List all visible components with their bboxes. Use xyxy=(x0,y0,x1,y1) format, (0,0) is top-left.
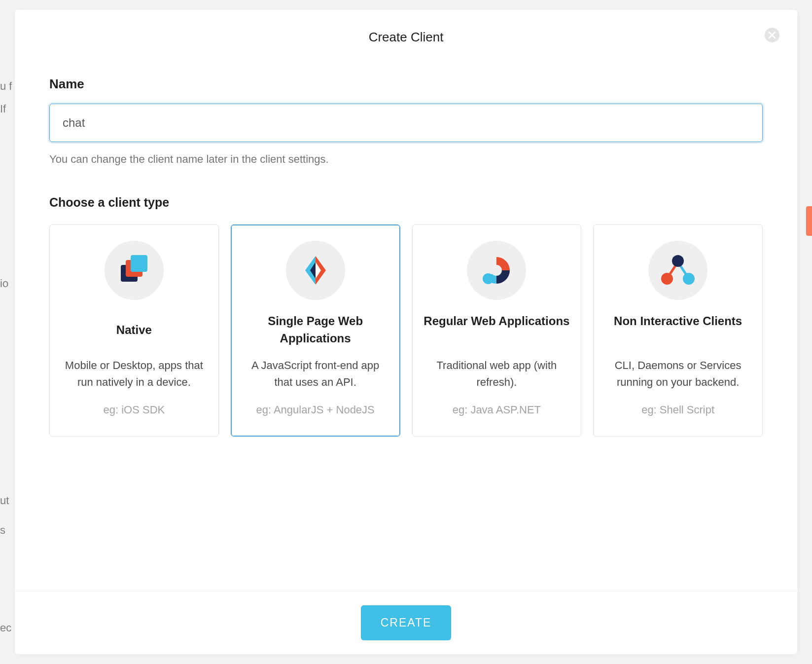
client-type-spa[interactable]: Single Page Web Applications A JavaScrip… xyxy=(231,224,400,437)
noninteractive-icon xyxy=(659,253,697,288)
svg-point-11 xyxy=(661,273,673,285)
bg-text: ut xyxy=(0,494,9,507)
native-icon-circle xyxy=(105,241,164,300)
create-button[interactable]: CREATE xyxy=(361,605,452,640)
bg-text: If xyxy=(0,103,6,115)
bg-text: io xyxy=(0,277,8,290)
card-description: CLI, Daemons or Services running on your… xyxy=(603,357,752,391)
client-type-non-interactive[interactable]: Non Interactive Clients CLI, Daemons or … xyxy=(593,224,763,437)
webapp-icon xyxy=(479,253,514,288)
modal-footer: CREATE xyxy=(15,591,797,654)
card-example: eg: Java ASP.NET xyxy=(423,402,571,418)
card-example: eg: AngularJS + NodeJS xyxy=(241,402,390,418)
name-label: Name xyxy=(49,76,763,92)
svg-point-7 xyxy=(483,273,494,284)
bg-text: s xyxy=(0,524,5,537)
client-type-native[interactable]: Native Mobile or Desktop, apps that run … xyxy=(49,224,219,437)
svg-point-12 xyxy=(683,273,695,285)
card-title: Single Page Web Applications xyxy=(241,313,390,347)
modal-header: Create Client xyxy=(15,10,797,62)
spa-icon xyxy=(298,253,333,288)
native-icon xyxy=(117,253,151,288)
card-title: Non Interactive Clients xyxy=(603,313,752,347)
close-icon xyxy=(769,32,776,38)
close-button[interactable] xyxy=(765,28,779,42)
card-example: eg: iOS SDK xyxy=(60,402,209,418)
card-example: eg: Shell Script xyxy=(603,402,752,418)
modal-title: Create Client xyxy=(15,30,797,45)
svg-rect-2 xyxy=(131,255,147,272)
card-description: A JavaScript front-end app that uses an … xyxy=(241,357,390,391)
client-type-regular-web[interactable]: Regular Web Applications Traditional web… xyxy=(412,224,582,437)
client-type-label: Choose a client type xyxy=(49,195,763,210)
card-title: Regular Web Applications xyxy=(423,313,571,347)
card-description: Traditional web app (with refresh). xyxy=(423,357,571,391)
modal-body: Name You can change the client name late… xyxy=(15,62,797,591)
card-description: Mobile or Desktop, apps that run nativel… xyxy=(60,357,209,391)
webapp-icon-circle xyxy=(467,241,526,300)
create-client-modal: Create Client Name You can change the cl… xyxy=(15,10,797,654)
noninteractive-icon-circle xyxy=(648,241,707,300)
spa-icon-circle xyxy=(286,241,345,300)
name-hint: You can change the client name later in … xyxy=(49,153,763,166)
client-type-row: Native Mobile or Desktop, apps that run … xyxy=(49,224,763,437)
name-input[interactable] xyxy=(49,104,763,142)
bg-text: ec xyxy=(0,622,11,634)
svg-point-10 xyxy=(672,255,684,267)
bg-accent xyxy=(806,206,812,236)
card-title: Native xyxy=(60,313,209,347)
bg-text: u f xyxy=(0,80,12,93)
